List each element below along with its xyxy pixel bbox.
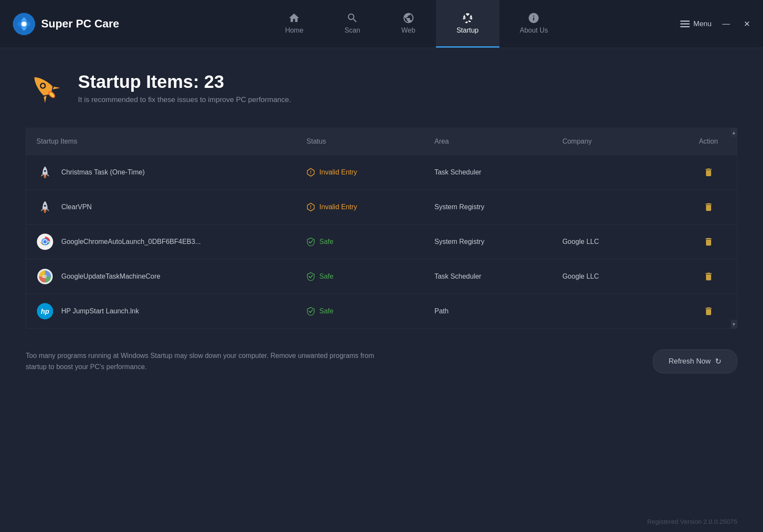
svg-point-10 bbox=[44, 174, 46, 178]
item-icon-chrome bbox=[36, 233, 54, 250]
item-icon-rocket bbox=[36, 164, 54, 181]
table-body: Christmas Task (One-Time) ! bbox=[26, 155, 737, 329]
tab-web[interactable]: Web bbox=[381, 0, 436, 48]
item-cell: G GoogleUpdateTaskMachineCore bbox=[26, 259, 296, 294]
item-name: HP JumpStart Launch.lnk bbox=[61, 307, 139, 315]
item-name: Christmas Task (One-Time) bbox=[61, 168, 145, 176]
titlebar: Super PC Care Home Scan Web bbox=[0, 0, 763, 48]
startup-table-wrapper: Startup Items Status Area Company Action bbox=[26, 128, 737, 329]
svg-text:!: ! bbox=[310, 170, 311, 175]
svg-text:G: G bbox=[42, 275, 45, 279]
startup-table: Startup Items Status Area Company Action bbox=[26, 128, 737, 328]
delete-button[interactable] bbox=[690, 202, 727, 212]
delete-icon bbox=[703, 306, 714, 316]
page-title: Startup Items: 23 bbox=[78, 72, 291, 92]
scroll-up-arrow[interactable]: ▲ bbox=[731, 128, 737, 137]
close-button[interactable]: ✕ bbox=[741, 18, 753, 30]
status-text: Safe bbox=[319, 307, 333, 315]
nav-tabs: Home Scan Web Startup Ab bbox=[163, 0, 670, 48]
menu-label: Menu bbox=[693, 20, 712, 28]
delete-icon bbox=[703, 167, 714, 177]
action-cell bbox=[680, 225, 737, 259]
status-text: Invalid Entry bbox=[319, 168, 357, 176]
item-icon-rocket2 bbox=[36, 198, 54, 216]
refresh-icon: ↻ bbox=[715, 357, 721, 366]
table-row: Christmas Task (One-Time) ! bbox=[26, 155, 737, 190]
action-cell bbox=[680, 259, 737, 294]
status-cell: ! Invalid Entry bbox=[296, 155, 424, 190]
rocket-hero-svg bbox=[26, 69, 64, 107]
status-text: Invalid Entry bbox=[319, 203, 357, 211]
company-cell: Google LLC bbox=[552, 225, 680, 259]
col-header-items: Startup Items bbox=[26, 128, 296, 155]
status-icon-invalid: ! bbox=[306, 168, 315, 177]
company-cell bbox=[552, 294, 680, 329]
company-cell bbox=[552, 155, 680, 190]
version-bar: Registered Version 2.0.0.25075 bbox=[0, 511, 763, 532]
status-text: Safe bbox=[319, 238, 333, 246]
item-icon-gupdate: G bbox=[36, 268, 54, 285]
item-cell: GoogleChromeAutoLaunch_0DBF6BF4EB3... bbox=[26, 225, 296, 259]
area-cell: System Registry bbox=[424, 225, 552, 259]
tab-about[interactable]: About Us bbox=[499, 0, 569, 48]
minimize-button[interactable]: — bbox=[720, 18, 732, 30]
col-header-action: Action bbox=[680, 128, 737, 155]
svg-point-12 bbox=[44, 204, 46, 207]
delete-button[interactable] bbox=[690, 306, 727, 316]
status-icon-safe2 bbox=[306, 272, 315, 281]
area-cell: Task Scheduler bbox=[424, 259, 552, 294]
delete-button[interactable] bbox=[690, 167, 727, 177]
col-header-status: Status bbox=[296, 128, 424, 155]
area-cell: Task Scheduler bbox=[424, 155, 552, 190]
menu-button[interactable]: Menu bbox=[680, 20, 712, 28]
area-cell: System Registry bbox=[424, 190, 552, 225]
delete-icon bbox=[703, 271, 714, 282]
svg-rect-2 bbox=[680, 21, 690, 22]
table-row: G GoogleUpdateTaskMachineCore bbox=[26, 259, 737, 294]
tab-startup[interactable]: Startup bbox=[436, 0, 499, 48]
tab-home[interactable]: Home bbox=[264, 0, 324, 48]
delete-button[interactable] bbox=[690, 271, 727, 282]
tab-startup-label: Startup bbox=[457, 27, 479, 34]
delete-icon bbox=[703, 237, 714, 247]
item-name: ClearVPN bbox=[61, 203, 92, 211]
svg-text:hp: hp bbox=[41, 308, 49, 315]
tab-web-label: Web bbox=[401, 27, 415, 34]
svg-text:!: ! bbox=[310, 205, 311, 210]
svg-rect-4 bbox=[680, 26, 690, 27]
delete-icon bbox=[703, 202, 714, 212]
delete-button[interactable] bbox=[690, 237, 727, 247]
status-text: Safe bbox=[319, 273, 333, 280]
item-cell: ClearVPN bbox=[26, 190, 296, 225]
item-cell: Christmas Task (One-Time) bbox=[26, 155, 296, 190]
tab-about-label: About Us bbox=[520, 27, 548, 34]
scroll-down-arrow[interactable]: ▼ bbox=[731, 320, 737, 328]
home-icon bbox=[288, 12, 300, 24]
about-icon bbox=[528, 12, 540, 24]
refresh-now-button[interactable]: Refresh Now ↻ bbox=[653, 349, 737, 373]
area-cell: Path bbox=[424, 294, 552, 329]
col-header-area: Area bbox=[424, 128, 552, 155]
version-text: Registered Version 2.0.0.25075 bbox=[647, 518, 737, 525]
status-icon-invalid2: ! bbox=[306, 203, 315, 211]
logo-area: Super PC Care bbox=[0, 13, 163, 35]
tab-scan[interactable]: Scan bbox=[324, 0, 381, 48]
page-header-text: Startup Items: 23 It is recommended to f… bbox=[78, 72, 291, 104]
startup-icon bbox=[462, 12, 474, 24]
status-cell: Safe bbox=[296, 259, 424, 294]
status-cell: Safe bbox=[296, 294, 424, 329]
company-cell bbox=[552, 190, 680, 225]
close-icon: ✕ bbox=[744, 19, 750, 29]
status-cell: ! Invalid Entry bbox=[296, 190, 424, 225]
footer-text: Too many programs running at Windows Sta… bbox=[26, 350, 394, 372]
col-header-company: Company bbox=[552, 128, 680, 155]
app-logo-icon bbox=[13, 13, 35, 35]
svg-point-13 bbox=[44, 209, 46, 213]
status-cell: Safe bbox=[296, 225, 424, 259]
action-cell bbox=[680, 294, 737, 329]
tab-scan-label: Scan bbox=[345, 27, 360, 34]
table-row: GoogleChromeAutoLaunch_0DBF6BF4EB3... bbox=[26, 225, 737, 259]
table-scroll-area[interactable]: Startup Items Status Area Company Action bbox=[26, 128, 737, 328]
table-header: Startup Items Status Area Company Action bbox=[26, 128, 737, 155]
status-icon-safe3 bbox=[306, 307, 315, 316]
